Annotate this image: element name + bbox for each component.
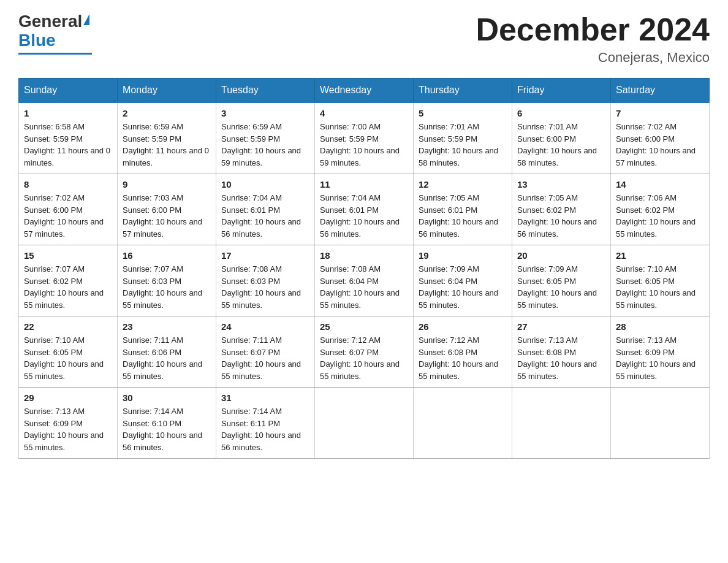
calendar-cell: 6 Sunrise: 7:01 AM Sunset: 6:00 PM Dayli… [512,102,611,174]
day-number: 3 [221,108,309,118]
calendar-cell: 28 Sunrise: 7:13 AM Sunset: 6:09 PM Dayl… [611,316,710,388]
calendar-cell: 10 Sunrise: 7:04 AM Sunset: 6:01 PM Dayl… [216,174,315,245]
calendar-cell: 29 Sunrise: 7:13 AM Sunset: 6:09 PM Dayl… [19,388,118,459]
header-monday: Monday [118,79,216,103]
month-title: December 2024 [476,12,710,47]
day-info: Sunrise: 6:59 AM Sunset: 5:59 PM Dayligh… [221,121,309,169]
calendar-cell: 16 Sunrise: 7:07 AM Sunset: 6:03 PM Dayl… [118,245,216,316]
calendar-cell: 23 Sunrise: 7:11 AM Sunset: 6:06 PM Dayl… [118,316,216,388]
calendar-cell: 8 Sunrise: 7:02 AM Sunset: 6:00 PM Dayli… [19,174,118,245]
calendar-cell: 18 Sunrise: 7:08 AM Sunset: 6:04 PM Dayl… [315,245,414,316]
day-number: 27 [517,321,605,332]
calendar-cell: 19 Sunrise: 7:09 AM Sunset: 6:04 PM Dayl… [414,245,512,316]
calendar-body: 1 Sunrise: 6:58 AM Sunset: 5:59 PM Dayli… [19,102,710,459]
day-number: 20 [517,250,605,261]
day-info: Sunrise: 7:13 AM Sunset: 6:09 PM Dayligh… [24,405,112,453]
calendar-cell: 26 Sunrise: 7:12 AM Sunset: 6:08 PM Dayl… [414,316,512,388]
calendar-cell: 22 Sunrise: 7:10 AM Sunset: 6:05 PM Dayl… [19,316,118,388]
logo: General Blue [18,12,92,55]
day-number: 22 [24,321,112,332]
day-number: 24 [221,321,309,332]
page-header: General Blue December 2024 Conejeras, Me… [18,12,710,66]
calendar-cell: 25 Sunrise: 7:12 AM Sunset: 6:07 PM Dayl… [315,316,414,388]
day-info: Sunrise: 7:14 AM Sunset: 6:11 PM Dayligh… [221,405,309,453]
calendar-cell: 17 Sunrise: 7:08 AM Sunset: 6:03 PM Dayl… [216,245,315,316]
day-info: Sunrise: 7:06 AM Sunset: 6:02 PM Dayligh… [616,192,704,240]
day-info: Sunrise: 7:12 AM Sunset: 6:07 PM Dayligh… [320,334,408,382]
day-info: Sunrise: 7:04 AM Sunset: 6:01 PM Dayligh… [320,192,408,240]
day-number: 16 [123,250,211,261]
calendar-week-2: 8 Sunrise: 7:02 AM Sunset: 6:00 PM Dayli… [19,174,710,245]
title-block: December 2024 Conejeras, Mexico [476,12,710,66]
day-number: 21 [616,250,704,261]
header-sunday: Sunday [19,79,118,103]
calendar-cell: 13 Sunrise: 7:05 AM Sunset: 6:02 PM Dayl… [512,174,611,245]
calendar-cell: 15 Sunrise: 7:07 AM Sunset: 6:02 PM Dayl… [19,245,118,316]
day-info: Sunrise: 7:07 AM Sunset: 6:03 PM Dayligh… [123,263,211,311]
day-number: 30 [123,393,211,403]
calendar-cell: 11 Sunrise: 7:04 AM Sunset: 6:01 PM Dayl… [315,174,414,245]
day-info: Sunrise: 7:11 AM Sunset: 6:06 PM Dayligh… [123,334,211,382]
day-info: Sunrise: 7:01 AM Sunset: 5:59 PM Dayligh… [419,121,507,169]
day-info: Sunrise: 7:07 AM Sunset: 6:02 PM Dayligh… [24,263,112,311]
day-number: 26 [419,321,507,332]
calendar-cell: 3 Sunrise: 6:59 AM Sunset: 5:59 PM Dayli… [216,102,315,174]
day-info: Sunrise: 6:58 AM Sunset: 5:59 PM Dayligh… [24,121,112,169]
calendar-cell [315,388,414,459]
day-number: 4 [320,108,408,118]
logo-general-text: General [18,12,82,31]
header-tuesday: Tuesday [216,79,315,103]
day-number: 6 [517,108,605,118]
calendar-cell [611,388,710,459]
day-info: Sunrise: 7:13 AM Sunset: 6:08 PM Dayligh… [517,334,605,382]
day-number: 14 [616,179,704,190]
day-info: Sunrise: 7:02 AM Sunset: 6:00 PM Dayligh… [616,121,704,169]
calendar-week-5: 29 Sunrise: 7:13 AM Sunset: 6:09 PM Dayl… [19,388,710,459]
header-friday: Friday [512,79,611,103]
day-number: 1 [24,108,112,118]
day-info: Sunrise: 7:11 AM Sunset: 6:07 PM Dayligh… [221,334,309,382]
logo-triangle-icon [83,14,89,25]
day-number: 5 [419,108,507,118]
calendar-cell: 12 Sunrise: 7:05 AM Sunset: 6:01 PM Dayl… [414,174,512,245]
day-number: 19 [419,250,507,261]
calendar-cell: 2 Sunrise: 6:59 AM Sunset: 5:59 PM Dayli… [118,102,216,174]
day-number: 15 [24,250,112,261]
day-info: Sunrise: 7:14 AM Sunset: 6:10 PM Dayligh… [123,405,211,453]
day-number: 11 [320,179,408,190]
day-number: 7 [616,108,704,118]
calendar-cell: 7 Sunrise: 7:02 AM Sunset: 6:00 PM Dayli… [611,102,710,174]
day-info: Sunrise: 7:09 AM Sunset: 6:04 PM Dayligh… [419,263,507,311]
day-info: Sunrise: 7:08 AM Sunset: 6:04 PM Dayligh… [320,263,408,311]
calendar-cell: 4 Sunrise: 7:00 AM Sunset: 5:59 PM Dayli… [315,102,414,174]
day-info: Sunrise: 7:05 AM Sunset: 6:02 PM Dayligh… [517,192,605,240]
logo-underline [18,53,92,55]
day-info: Sunrise: 7:08 AM Sunset: 6:03 PM Dayligh… [221,263,309,311]
calendar-cell: 31 Sunrise: 7:14 AM Sunset: 6:11 PM Dayl… [216,388,315,459]
day-number: 13 [517,179,605,190]
calendar-week-1: 1 Sunrise: 6:58 AM Sunset: 5:59 PM Dayli… [19,102,710,174]
calendar-cell [512,388,611,459]
header-saturday: Saturday [611,79,710,103]
calendar-cell: 20 Sunrise: 7:09 AM Sunset: 6:05 PM Dayl… [512,245,611,316]
day-info: Sunrise: 7:00 AM Sunset: 5:59 PM Dayligh… [320,121,408,169]
day-info: Sunrise: 7:04 AM Sunset: 6:01 PM Dayligh… [221,192,309,240]
day-number: 9 [123,179,211,190]
day-info: Sunrise: 7:01 AM Sunset: 6:00 PM Dayligh… [517,121,605,169]
calendar-table: Sunday Monday Tuesday Wednesday Thursday… [18,78,710,459]
day-number: 29 [24,393,112,403]
calendar-cell [414,388,512,459]
day-info: Sunrise: 7:02 AM Sunset: 6:00 PM Dayligh… [24,192,112,240]
calendar-cell: 14 Sunrise: 7:06 AM Sunset: 6:02 PM Dayl… [611,174,710,245]
calendar-cell: 27 Sunrise: 7:13 AM Sunset: 6:08 PM Dayl… [512,316,611,388]
day-info: Sunrise: 7:09 AM Sunset: 6:05 PM Dayligh… [517,263,605,311]
day-number: 28 [616,321,704,332]
calendar-header: Sunday Monday Tuesday Wednesday Thursday… [19,79,710,103]
day-number: 10 [221,179,309,190]
calendar-cell: 1 Sunrise: 6:58 AM Sunset: 5:59 PM Dayli… [19,102,118,174]
day-info: Sunrise: 7:05 AM Sunset: 6:01 PM Dayligh… [419,192,507,240]
day-number: 17 [221,250,309,261]
day-info: Sunrise: 6:59 AM Sunset: 5:59 PM Dayligh… [123,121,211,169]
day-number: 18 [320,250,408,261]
day-number: 25 [320,321,408,332]
